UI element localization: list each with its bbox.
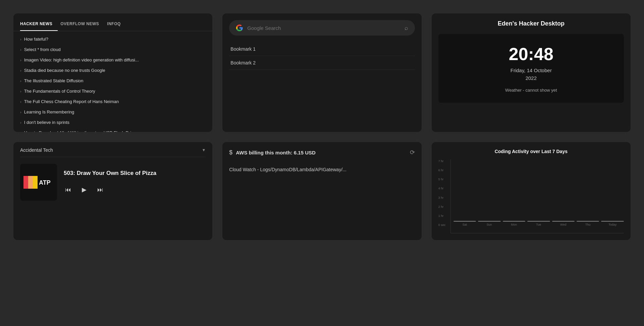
play-button[interactable]: ▶ bbox=[80, 185, 88, 195]
aws-billing-info: $ AWS billing this month: 6.15 USD bbox=[229, 149, 316, 156]
chevron-right-icon: › bbox=[20, 58, 21, 62]
bar-day-label: Sat bbox=[463, 223, 467, 226]
chevron-right-icon: › bbox=[20, 79, 21, 83]
bar-day-label: Mon bbox=[511, 223, 517, 226]
desktop-title: Eden's Hacker Desktop bbox=[438, 20, 624, 27]
chevron-right-icon: › bbox=[20, 89, 21, 93]
y-axis-label: 3 hr bbox=[438, 196, 446, 199]
coding-chart: 0 sec1 hr2 hr3 hr4 hr5 hr6 hr7 hr SatSun… bbox=[438, 159, 624, 233]
bar-day-label: Sun bbox=[487, 223, 492, 226]
aws-card: $ AWS billing this month: 6.15 USD ⟳ Clo… bbox=[222, 142, 421, 240]
y-axis-label: 0 sec bbox=[438, 223, 446, 227]
news-item[interactable]: › I don't believe in sprints bbox=[13, 117, 212, 128]
chart-bar bbox=[503, 221, 525, 222]
bar-day-label: Thu bbox=[585, 223, 591, 226]
news-item[interactable]: › Learning Is Remembering bbox=[13, 107, 212, 117]
bar-group: Wed bbox=[552, 221, 575, 226]
chart-y-axis: 0 sec1 hr2 hr3 hr4 hr5 hr6 hr7 hr bbox=[438, 159, 446, 227]
clock-weather: Weather - cannot show yet bbox=[445, 88, 617, 93]
bar-group: Tue bbox=[527, 221, 550, 226]
svg-rect-0 bbox=[23, 176, 28, 189]
search-bar[interactable]: ⌕ bbox=[229, 20, 415, 36]
svg-rect-2 bbox=[33, 176, 38, 189]
bar-group: Thu bbox=[577, 221, 599, 226]
news-item[interactable]: › The Illustrated Stable Diffusion bbox=[13, 76, 212, 86]
news-card: HACKER NEWS OVERFLOW NEWS INFOQ › How fa… bbox=[13, 13, 212, 132]
chart-bar bbox=[527, 221, 550, 222]
podcast-dropdown-icon[interactable]: ▼ bbox=[202, 148, 206, 152]
news-item[interactable]: › Stadia died because no one trusts Goog… bbox=[13, 65, 212, 76]
clock-time: 20:48 bbox=[445, 44, 617, 64]
tab-hacker-news[interactable]: HACKER NEWS bbox=[20, 19, 58, 31]
news-list: › How fateful?› Select * from cloud› Ima… bbox=[13, 31, 212, 132]
y-axis-label: 1 hr bbox=[438, 214, 446, 218]
aws-header: $ AWS billing this month: 6.15 USD ⟳ bbox=[229, 149, 415, 156]
bar-group: Today bbox=[601, 221, 624, 226]
prev-track-button[interactable]: ⏮ bbox=[64, 185, 72, 195]
aws-service-item[interactable]: Cloud Watch - Logs/DynamoDB/Lambda/APIGa… bbox=[229, 164, 415, 175]
next-track-button[interactable]: ⏭ bbox=[96, 185, 105, 195]
chart-bar bbox=[478, 221, 500, 222]
chevron-right-icon: › bbox=[20, 68, 21, 73]
y-axis-label: 5 hr bbox=[438, 178, 446, 181]
chevron-right-icon: › bbox=[20, 100, 21, 104]
google-logo bbox=[236, 24, 243, 32]
chevron-right-icon: › bbox=[20, 48, 21, 52]
y-axis-label: 6 hr bbox=[438, 169, 446, 172]
podcast-player: ATP 503: Draw Your Own Slice of Pizza ⏮ … bbox=[20, 164, 206, 201]
chevron-right-icon: › bbox=[20, 131, 21, 132]
podcast-info: 503: Draw Your Own Slice of Pizza ⏮ ▶ ⏭ bbox=[64, 170, 206, 195]
news-item[interactable]: › How fateful? bbox=[13, 34, 212, 44]
search-input[interactable] bbox=[247, 25, 400, 31]
chart-bar bbox=[453, 221, 476, 222]
news-item[interactable]: › The Full Chess Cheating Report of Hans… bbox=[13, 96, 212, 107]
chart-bar bbox=[577, 221, 599, 222]
news-item[interactable]: › How to Download All of Wikipedia onto … bbox=[13, 128, 212, 132]
news-item[interactable]: › Select * from cloud bbox=[13, 44, 212, 55]
dollar-icon: $ bbox=[229, 149, 232, 156]
podcast-card: Accidental Tech ▼ ATP 503: Draw Your Own… bbox=[13, 142, 212, 240]
bar-day-label: Wed bbox=[560, 223, 566, 226]
news-tabs: HACKER NEWS OVERFLOW NEWS INFOQ bbox=[13, 13, 212, 31]
main-grid: HACKER NEWS OVERFLOW NEWS INFOQ › How fa… bbox=[13, 13, 631, 240]
search-icon[interactable]: ⌕ bbox=[405, 25, 408, 32]
svg-rect-1 bbox=[28, 176, 33, 189]
coding-activity-title: Coding Activity over Last 7 Days bbox=[438, 149, 624, 154]
clock-day: Friday, 14 October bbox=[445, 67, 617, 73]
chart-bar bbox=[552, 221, 575, 222]
svg-text:ATP: ATP bbox=[39, 179, 51, 186]
podcast-selector: Accidental Tech ▼ bbox=[20, 147, 206, 157]
bookmark-1[interactable]: Bookmark 1 bbox=[229, 42, 415, 56]
podcast-controls: ⏮ ▶ ⏭ bbox=[64, 185, 206, 195]
news-item[interactable]: › Imagen Video: high definition video ge… bbox=[13, 55, 212, 65]
bar-group: Mon bbox=[503, 221, 525, 226]
aws-billing-label: AWS billing this month: 6.15 USD bbox=[236, 150, 316, 155]
tab-infoq[interactable]: INFOQ bbox=[107, 19, 126, 31]
bar-group: Sat bbox=[453, 221, 476, 226]
chart-bars: SatSunMonTueWedThuToday bbox=[450, 159, 624, 233]
y-axis-label: 2 hr bbox=[438, 205, 446, 208]
podcast-show-name: Accidental Tech bbox=[20, 147, 53, 153]
search-card: ⌕ Bookmark 1 Bookmark 2 bbox=[222, 13, 421, 132]
clock-card: Eden's Hacker Desktop 20:48 Friday, 14 O… bbox=[432, 13, 631, 132]
bar-day-label: Today bbox=[608, 223, 616, 226]
bar-day-label: Tue bbox=[536, 223, 541, 226]
chevron-right-icon: › bbox=[20, 110, 21, 114]
refresh-icon[interactable]: ⟳ bbox=[410, 149, 415, 156]
podcast-artwork: ATP bbox=[20, 164, 57, 201]
news-item[interactable]: › The Fundamentals of Control Theory bbox=[13, 86, 212, 96]
chevron-right-icon: › bbox=[20, 37, 21, 41]
y-axis-label: 7 hr bbox=[438, 159, 446, 163]
clock-year: 2022 bbox=[445, 75, 617, 81]
bookmark-2[interactable]: Bookmark 2 bbox=[229, 56, 415, 70]
tab-overflow-news[interactable]: OVERFLOW NEWS bbox=[60, 19, 104, 31]
podcast-episode-title: 503: Draw Your Own Slice of Pizza bbox=[64, 170, 206, 177]
atp-logo-svg: ATP bbox=[23, 176, 54, 189]
chart-bar bbox=[601, 221, 624, 222]
bar-group: Sun bbox=[478, 221, 500, 226]
coding-activity-card: Coding Activity over Last 7 Days 0 sec1 … bbox=[432, 142, 631, 240]
y-axis-label: 4 hr bbox=[438, 187, 446, 190]
chevron-right-icon: › bbox=[20, 121, 21, 125]
